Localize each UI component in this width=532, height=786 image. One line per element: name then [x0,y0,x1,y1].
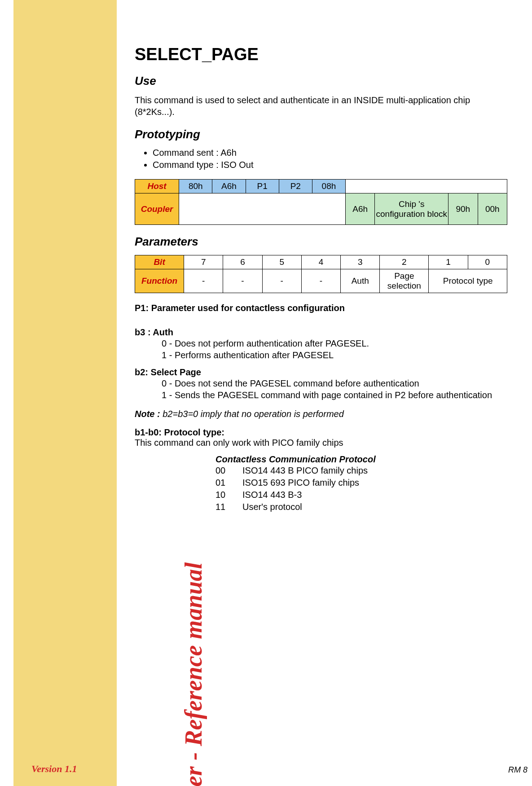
cell: A6h [212,180,246,193]
note-text: b2=b3=0 imply that no operation is perfo… [160,409,344,419]
cell: Chip 's configuration block [375,193,448,225]
protocol-row: 01ISO15 693 PICO family chips [215,477,507,489]
table-row: Coupler A6h Chip 's configuration block … [135,193,507,225]
coupler-label: Coupler [135,193,179,225]
cell: 90h [448,193,478,225]
b3-line0: 0 - Does not perform authentication afte… [162,338,507,349]
cell: 6 [223,255,262,269]
cell: - [184,269,223,293]
cell: P1 [246,180,279,193]
cell: 80h [179,180,212,193]
cell: Auth [341,269,380,293]
protocol-heading: Contactless Communication Protocol [215,454,507,465]
table-row: Host 80h A6h P1 P2 08h [135,180,507,193]
prototyping-list: Command sent : A6h Command type : ISO Ou… [153,148,507,170]
b2-line0: 0 - Does not send the PAGESEL command be… [162,378,507,389]
b10-title: b1-b0: Protocol type: [135,427,507,438]
cell: 4 [301,255,340,269]
prototyping-table: Host 80h A6h P1 P2 08h Coupler A6h Chip … [135,179,507,225]
cell: 1 [429,255,468,269]
cell: 0 [468,255,507,269]
empty-cell [346,180,507,193]
cell: A6h [346,193,375,225]
b10-text: This command can only work with PICO fam… [135,438,507,448]
main-content: SELECT_PAGE Use This command is used to … [135,45,507,513]
prototyping-heading: Prototyping [135,127,507,141]
note: Note : b2=b3=0 imply that no operation i… [135,409,507,419]
cell: 3 [341,255,380,269]
parameters-table: Bit 7 6 5 4 3 2 1 0 Function - - - - Aut… [135,255,507,293]
cell: - [223,269,262,293]
cell: P2 [279,180,312,193]
cell: 08h [312,180,345,193]
proto-item: Command sent : A6h [153,148,507,158]
b10-block: b1-b0: Protocol type: This command can o… [135,427,507,448]
function-header: Function [135,269,184,293]
b3-line1: 1 - Performs authentication after PAGESE… [162,349,507,361]
cell: - [262,269,301,293]
protocol-row: 00ISO14 443 B PICO family chips [215,465,507,477]
note-label: Note : [135,409,160,419]
table-row: Function - - - - Auth Page selection Pro… [135,269,507,293]
page-title: SELECT_PAGE [135,45,507,64]
empty-cell [179,193,346,225]
cell: - [301,269,340,293]
parameters-heading: Parameters [135,235,507,249]
manual-title: Coupler - Reference manual [180,562,207,786]
table-row: Bit 7 6 5 4 3 2 1 0 [135,255,507,269]
use-text: This command is used to select and authe… [135,94,507,118]
b3-block: b3 : Auth 0 - Does not perform authentic… [135,327,507,361]
cell: Protocol type [429,269,507,293]
cell: 00h [478,193,507,225]
host-label: Host [135,180,179,193]
protocol-row: 11User's protocol [215,501,507,513]
b2-title: b2: Select Page [135,367,507,378]
sidebar: Coupler - Reference manual Version 1.1 [13,0,117,786]
protocol-row: 10ISO14 443 B-3 [215,489,507,501]
bit-header: Bit [135,255,184,269]
b3-title: b3 : Auth [135,327,507,338]
proto-item: Command type : ISO Out [153,160,507,170]
cell: 5 [262,255,301,269]
protocol-list: Contactless Communication Protocol 00ISO… [215,454,507,513]
p1-caption: P1: Parameter used for contactless confi… [135,302,507,314]
cell: 7 [184,255,223,269]
b2-block: b2: Select Page 0 - Does not send the PA… [135,367,507,401]
page-number: RM 8 [508,765,528,775]
cell: Page selection [380,269,429,293]
version-label: Version 1.1 [31,763,77,775]
cell: 2 [380,255,429,269]
b2-line1: 1 - Sends the PAGESEL command with page … [162,389,507,401]
use-heading: Use [135,74,507,88]
